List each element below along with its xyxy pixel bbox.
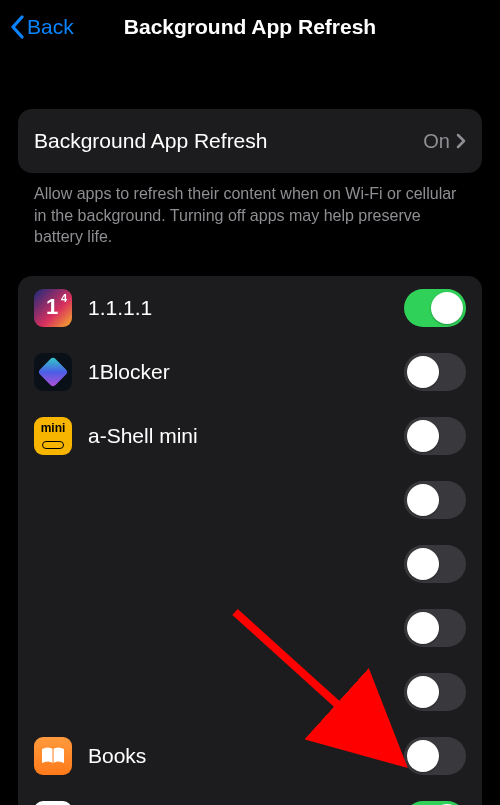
page-title: Background App Refresh (0, 15, 500, 39)
app-row: 141.1.1.1 (18, 276, 482, 340)
app-row: Books (18, 724, 482, 788)
back-button[interactable]: Back (0, 15, 74, 39)
app-row: Chat (18, 788, 482, 805)
app-icon-blank (34, 609, 72, 647)
master-switch-card: Background App Refresh On (18, 109, 482, 173)
app-toggle-row3[interactable] (404, 481, 466, 519)
app-toggle-books[interactable] (404, 737, 466, 775)
app-row (18, 660, 482, 724)
app-icon-blank (34, 481, 72, 519)
app-icon-books (34, 737, 72, 775)
app-toggle-1-1-1-1[interactable] (404, 289, 466, 327)
app-icon-ashell: mini (34, 417, 72, 455)
app-toggle-chat[interactable] (404, 801, 466, 805)
back-label: Back (27, 15, 74, 39)
chevron-right-icon (456, 133, 466, 149)
app-toggle-a-shell-mini[interactable] (404, 417, 466, 455)
app-name-label: Books (88, 744, 404, 768)
apps-list: 141.1.1.11Blockerminia-Shell miniBooksCh… (18, 276, 482, 805)
chevron-left-icon (10, 15, 25, 39)
app-row: minia-Shell mini (18, 404, 482, 468)
app-row (18, 468, 482, 532)
app-toggle-row4[interactable] (404, 545, 466, 583)
app-toggle-row6[interactable] (404, 673, 466, 711)
app-name-label: a-Shell mini (88, 424, 404, 448)
app-row: 1Blocker (18, 340, 482, 404)
app-name-label: 1.1.1.1 (88, 296, 404, 320)
app-icon-1111: 14 (34, 289, 72, 327)
app-icon-blank (34, 545, 72, 583)
master-switch-row[interactable]: Background App Refresh On (18, 109, 482, 173)
app-icon-1blocker (34, 353, 72, 391)
app-row (18, 532, 482, 596)
section-footer-help: Allow apps to refresh their content when… (18, 173, 482, 248)
app-name-label: 1Blocker (88, 360, 404, 384)
app-toggle-1blocker[interactable] (404, 353, 466, 391)
app-icon-blank (34, 673, 72, 711)
app-icon-chat (34, 801, 72, 805)
app-toggle-row5[interactable] (404, 609, 466, 647)
master-switch-value: On (423, 130, 450, 153)
app-row (18, 596, 482, 660)
master-switch-label: Background App Refresh (34, 129, 423, 153)
navbar: Back Background App Refresh (0, 0, 500, 54)
